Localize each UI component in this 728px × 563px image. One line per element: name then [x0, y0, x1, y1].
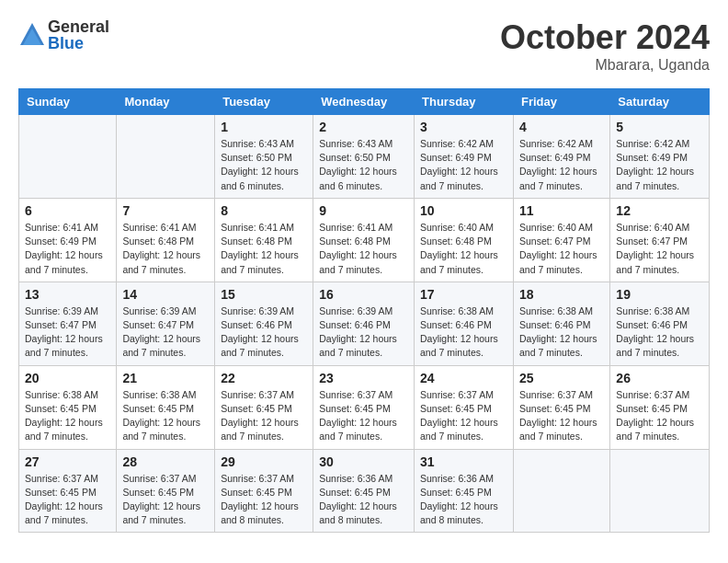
logo-blue-text: Blue: [48, 35, 109, 52]
location: Mbarara, Uganda: [500, 57, 710, 74]
day-number: 10: [420, 203, 507, 218]
calendar-cell: 15Sunrise: 6:39 AM Sunset: 6:46 PM Dayli…: [215, 282, 313, 365]
calendar-cell: [513, 449, 609, 533]
day-of-week-header: Sunday: [19, 89, 117, 115]
day-info: Sunrise: 6:37 AM Sunset: 6:45 PM Dayligh…: [420, 388, 507, 444]
calendar-week-row: 1Sunrise: 6:43 AM Sunset: 6:50 PM Daylig…: [19, 115, 710, 199]
calendar-cell: 28Sunrise: 6:37 AM Sunset: 6:45 PM Dayli…: [117, 449, 215, 533]
month-title: October 2024: [500, 18, 710, 57]
day-number: 13: [25, 287, 110, 302]
day-info: Sunrise: 6:38 AM Sunset: 6:45 PM Dayligh…: [122, 388, 209, 444]
day-number: 9: [319, 203, 408, 218]
day-number: 2: [319, 120, 408, 134]
day-info: Sunrise: 6:41 AM Sunset: 6:48 PM Dayligh…: [122, 221, 209, 277]
calendar-header-row: SundayMondayTuesdayWednesdayThursdayFrid…: [19, 89, 710, 115]
day-of-week-header: Thursday: [415, 89, 514, 115]
day-number: 21: [122, 371, 209, 385]
calendar-cell: 13Sunrise: 6:39 AM Sunset: 6:47 PM Dayli…: [19, 282, 117, 365]
calendar-cell: [117, 115, 215, 199]
day-of-week-header: Tuesday: [215, 89, 313, 115]
day-number: 11: [519, 203, 604, 218]
calendar-cell: 27Sunrise: 6:37 AM Sunset: 6:45 PM Dayli…: [19, 449, 117, 533]
day-number: 28: [122, 454, 209, 469]
calendar-cell: 11Sunrise: 6:40 AM Sunset: 6:47 PM Dayli…: [513, 198, 609, 282]
day-info: Sunrise: 6:42 AM Sunset: 6:49 PM Dayligh…: [616, 137, 703, 193]
day-info: Sunrise: 6:40 AM Sunset: 6:48 PM Dayligh…: [420, 221, 507, 277]
day-number: 18: [519, 287, 604, 302]
day-info: Sunrise: 6:37 AM Sunset: 6:45 PM Dayligh…: [25, 472, 110, 528]
calendar-cell: 1Sunrise: 6:43 AM Sunset: 6:50 PM Daylig…: [215, 115, 313, 199]
day-number: 17: [420, 287, 507, 302]
calendar-cell: 25Sunrise: 6:37 AM Sunset: 6:45 PM Dayli…: [513, 365, 609, 449]
calendar-cell: 21Sunrise: 6:38 AM Sunset: 6:45 PM Dayli…: [117, 365, 215, 449]
day-number: 6: [25, 203, 110, 218]
day-info: Sunrise: 6:41 AM Sunset: 6:49 PM Dayligh…: [25, 221, 110, 277]
calendar-cell: 10Sunrise: 6:40 AM Sunset: 6:48 PM Dayli…: [415, 198, 514, 282]
calendar-week-row: 27Sunrise: 6:37 AM Sunset: 6:45 PM Dayli…: [19, 449, 710, 533]
calendar-cell: 29Sunrise: 6:37 AM Sunset: 6:45 PM Dayli…: [215, 449, 313, 533]
day-info: Sunrise: 6:38 AM Sunset: 6:46 PM Dayligh…: [519, 304, 604, 361]
day-info: Sunrise: 6:37 AM Sunset: 6:45 PM Dayligh…: [221, 472, 307, 528]
calendar-cell: 6Sunrise: 6:41 AM Sunset: 6:49 PM Daylig…: [19, 198, 117, 282]
calendar-cell: 17Sunrise: 6:38 AM Sunset: 6:46 PM Dayli…: [415, 282, 514, 365]
day-number: 23: [319, 371, 408, 385]
calendar-cell: [19, 115, 117, 199]
calendar-cell: 9Sunrise: 6:41 AM Sunset: 6:48 PM Daylig…: [313, 198, 415, 282]
calendar-cell: 2Sunrise: 6:43 AM Sunset: 6:50 PM Daylig…: [313, 115, 415, 199]
day-number: 31: [420, 454, 507, 469]
logo-general-text: General: [48, 18, 109, 35]
day-info: Sunrise: 6:37 AM Sunset: 6:45 PM Dayligh…: [319, 388, 408, 444]
day-info: Sunrise: 6:37 AM Sunset: 6:45 PM Dayligh…: [519, 388, 604, 444]
day-number: 12: [616, 203, 703, 218]
day-number: 14: [122, 287, 209, 302]
day-of-week-header: Wednesday: [313, 89, 415, 115]
calendar-week-row: 20Sunrise: 6:38 AM Sunset: 6:45 PM Dayli…: [19, 365, 710, 449]
calendar-cell: 3Sunrise: 6:42 AM Sunset: 6:49 PM Daylig…: [415, 115, 514, 199]
day-number: 16: [319, 287, 408, 302]
calendar-cell: 7Sunrise: 6:41 AM Sunset: 6:48 PM Daylig…: [117, 198, 215, 282]
calendar-cell: 5Sunrise: 6:42 AM Sunset: 6:49 PM Daylig…: [610, 115, 710, 199]
day-number: 1: [221, 120, 307, 134]
calendar-cell: 30Sunrise: 6:36 AM Sunset: 6:45 PM Dayli…: [313, 449, 415, 533]
day-info: Sunrise: 6:41 AM Sunset: 6:48 PM Dayligh…: [319, 221, 408, 277]
day-info: Sunrise: 6:36 AM Sunset: 6:45 PM Dayligh…: [319, 472, 408, 528]
page-header: General Blue October 2024 Mbarara, Ugand…: [18, 18, 710, 74]
calendar-cell: 23Sunrise: 6:37 AM Sunset: 6:45 PM Dayli…: [313, 365, 415, 449]
day-number: 22: [221, 371, 307, 385]
day-info: Sunrise: 6:43 AM Sunset: 6:50 PM Dayligh…: [221, 137, 307, 193]
day-info: Sunrise: 6:41 AM Sunset: 6:48 PM Dayligh…: [221, 221, 307, 277]
day-info: Sunrise: 6:42 AM Sunset: 6:49 PM Dayligh…: [420, 137, 507, 193]
day-number: 3: [420, 120, 507, 134]
day-info: Sunrise: 6:38 AM Sunset: 6:46 PM Dayligh…: [420, 304, 507, 361]
day-info: Sunrise: 6:38 AM Sunset: 6:45 PM Dayligh…: [25, 388, 110, 444]
day-number: 25: [519, 371, 604, 385]
day-info: Sunrise: 6:38 AM Sunset: 6:46 PM Dayligh…: [616, 304, 703, 361]
day-info: Sunrise: 6:37 AM Sunset: 6:45 PM Dayligh…: [616, 388, 703, 444]
calendar-cell: 12Sunrise: 6:40 AM Sunset: 6:47 PM Dayli…: [610, 198, 710, 282]
day-info: Sunrise: 6:40 AM Sunset: 6:47 PM Dayligh…: [616, 221, 703, 277]
calendar-week-row: 13Sunrise: 6:39 AM Sunset: 6:47 PM Dayli…: [19, 282, 710, 365]
calendar-cell: 26Sunrise: 6:37 AM Sunset: 6:45 PM Dayli…: [610, 365, 710, 449]
calendar-cell: 8Sunrise: 6:41 AM Sunset: 6:48 PM Daylig…: [215, 198, 313, 282]
day-number: 4: [519, 120, 604, 134]
day-number: 20: [25, 371, 110, 385]
calendar-cell: 4Sunrise: 6:42 AM Sunset: 6:49 PM Daylig…: [513, 115, 609, 199]
day-info: Sunrise: 6:39 AM Sunset: 6:46 PM Dayligh…: [319, 304, 408, 361]
day-of-week-header: Saturday: [610, 89, 710, 115]
day-number: 26: [616, 371, 703, 385]
logo-icon: [18, 21, 46, 49]
day-info: Sunrise: 6:39 AM Sunset: 6:46 PM Dayligh…: [221, 304, 307, 361]
day-info: Sunrise: 6:37 AM Sunset: 6:45 PM Dayligh…: [221, 388, 307, 444]
calendar-table: SundayMondayTuesdayWednesdayThursdayFrid…: [18, 88, 710, 533]
day-info: Sunrise: 6:42 AM Sunset: 6:49 PM Dayligh…: [519, 137, 604, 193]
day-info: Sunrise: 6:36 AM Sunset: 6:45 PM Dayligh…: [420, 472, 507, 528]
title-block: October 2024 Mbarara, Uganda: [500, 18, 710, 74]
day-number: 5: [616, 120, 703, 134]
calendar-cell: 16Sunrise: 6:39 AM Sunset: 6:46 PM Dayli…: [313, 282, 415, 365]
day-number: 30: [319, 454, 408, 469]
day-number: 29: [221, 454, 307, 469]
day-of-week-header: Monday: [117, 89, 215, 115]
calendar-cell: 20Sunrise: 6:38 AM Sunset: 6:45 PM Dayli…: [19, 365, 117, 449]
day-number: 27: [25, 454, 110, 469]
calendar-cell: 22Sunrise: 6:37 AM Sunset: 6:45 PM Dayli…: [215, 365, 313, 449]
